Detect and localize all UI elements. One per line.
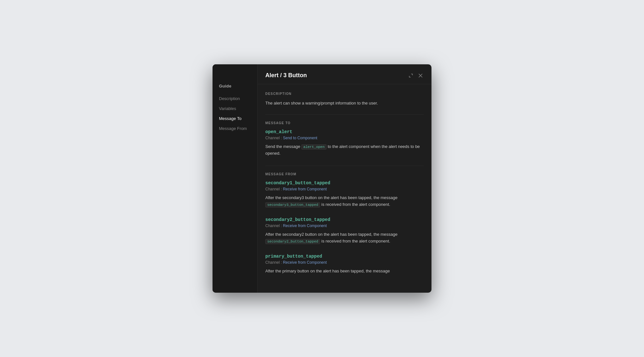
message-to-desc: Send the message alert_open to the alert…: [265, 143, 424, 157]
modal-header: Alert / 3 Button: [258, 64, 431, 84]
message-to-section-label: MESSAGE TO: [265, 121, 424, 125]
header-actions: [408, 72, 424, 79]
sidebar-item-variables[interactable]: Variables: [213, 104, 257, 114]
receive-from-component-link-1[interactable]: Receive from Component: [283, 187, 327, 191]
receive-from-component-link-2[interactable]: Receive from Component: [283, 224, 327, 228]
message-from-section-label: MESSAGE FROM: [265, 172, 424, 176]
description-section-label: DESCRIPTION: [265, 92, 424, 96]
message-from-secondary1: secondary1_button_tapped Channel : Recei…: [265, 180, 424, 208]
sidebar-heading: Guide: [213, 84, 257, 94]
message-to-channel: Channel : Send to Component: [265, 136, 424, 140]
divider-1: [265, 114, 424, 115]
message-from-desc-2: After the secondary2 button on the alert…: [265, 231, 424, 245]
message-from-primary: primary_button_tapped Channel : Receive …: [265, 254, 424, 275]
receive-from-component-link-3[interactable]: Receive from Component: [283, 260, 327, 265]
message-from-name-1: secondary1_button_tapped: [265, 180, 424, 186]
divider-2: [265, 166, 424, 166]
modal-title: Alert / 3 Button: [265, 72, 307, 79]
message-from-channel-1: Channel : Receive from Component: [265, 187, 424, 191]
expand-icon[interactable]: [408, 72, 414, 79]
inline-code-secondary2: secondary2_button_tapped: [265, 239, 320, 244]
message-from-desc-1: After the secondary3 button on the alert…: [265, 195, 424, 208]
message-to-open-alert: open_alert Channel : Send to Component S…: [265, 129, 424, 157]
message-from-name-3: primary_button_tapped: [265, 254, 424, 259]
main-content: Alert / 3 Button DESCRIPTION The alert c…: [258, 64, 431, 293]
message-to-name: open_alert: [265, 129, 424, 134]
message-from-secondary2: secondary2_button_tapped Channel : Recei…: [265, 217, 424, 245]
channel-prefix: Channel :: [265, 136, 283, 140]
close-icon[interactable]: [417, 72, 424, 79]
scrollable-content[interactable]: DESCRIPTION The alert can show a warning…: [258, 84, 431, 293]
sidebar-item-description[interactable]: Description: [213, 94, 257, 104]
message-from-name-2: secondary2_button_tapped: [265, 217, 424, 222]
modal: Guide Description Variables Message To M…: [213, 64, 431, 293]
sidebar-item-message-to[interactable]: Message To: [213, 114, 257, 124]
send-to-component-link[interactable]: Send to Component: [283, 136, 317, 140]
inline-code-alert-open: alert_open: [301, 144, 327, 150]
message-from-desc-3: After the primary button on the alert ha…: [265, 268, 424, 275]
message-from-channel-2: Channel : Receive from Component: [265, 224, 424, 228]
inline-code-secondary3: secondary3_button_tapped: [265, 202, 320, 207]
sidebar-item-message-from[interactable]: Message From: [213, 124, 257, 133]
sidebar: Guide Description Variables Message To M…: [213, 64, 258, 293]
message-from-channel-3: Channel : Receive from Component: [265, 260, 424, 265]
description-text: The alert can show a warning/prompt info…: [265, 100, 424, 107]
